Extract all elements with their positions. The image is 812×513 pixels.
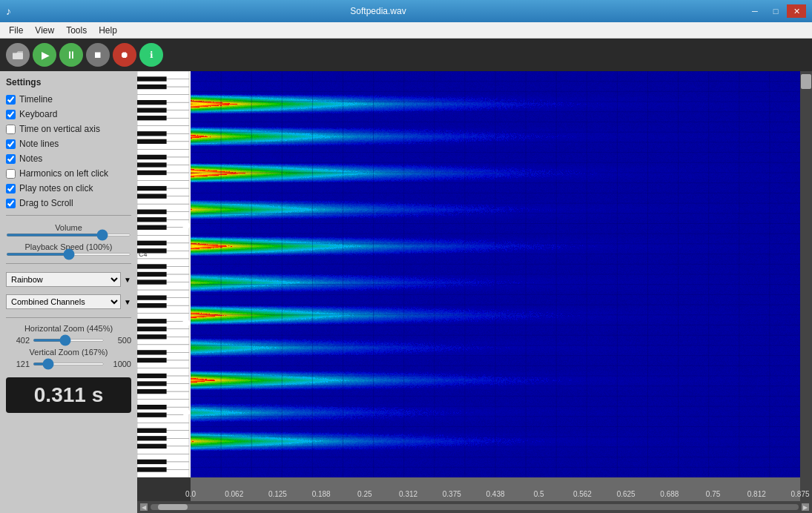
timeline-tick: 0.062 xyxy=(225,490,243,498)
v-zoom-slider[interactable] xyxy=(33,363,105,365)
svg-rect-0 xyxy=(13,53,23,59)
title-bar-title: Softpedia.wav xyxy=(11,6,745,16)
bottom-scrollbar[interactable]: ◀ ▶ xyxy=(137,501,812,513)
checkbox-keyboard[interactable]: Keyboard xyxy=(6,108,131,120)
checkbox-play-notes-label: Play notes on click xyxy=(19,183,93,193)
timeline-tick: 0.562 xyxy=(573,490,592,498)
checkbox-time-vertical-input[interactable] xyxy=(6,125,16,134)
checkbox-keyboard-input[interactable] xyxy=(6,110,16,119)
title-bar: ♪ Softpedia.wav ─ □ ✕ xyxy=(0,0,812,22)
horizontal-scroll-track[interactable] xyxy=(151,504,799,510)
menu-bar: File View Tools Help xyxy=(0,22,812,39)
checkbox-timeline-label: Timeline xyxy=(19,94,53,105)
spectrogram-canvas xyxy=(191,71,800,477)
checkbox-harmonics-label: Harmonics on left click xyxy=(19,168,108,179)
record-button[interactable]: ⏺ xyxy=(113,43,136,67)
info-button[interactable]: ℹ xyxy=(139,43,163,67)
checkbox-timeline[interactable]: Timeline xyxy=(6,93,131,105)
app-icon: ♪ xyxy=(6,5,11,17)
volume-slider[interactable] xyxy=(6,234,131,236)
channels-row: Combined Channels Left Channel Right Cha… xyxy=(6,294,131,309)
checkbox-notes[interactable]: Notes xyxy=(6,153,131,165)
color-scheme-arrow: ▼ xyxy=(124,276,131,284)
checkbox-time-vertical-label: Time on vertical axis xyxy=(19,124,100,134)
timeline-tick: 0.75 xyxy=(706,490,720,498)
timeline-tick: 0.375 xyxy=(443,490,461,498)
separator3 xyxy=(6,317,131,318)
v-zoom-max: 1000 xyxy=(108,360,131,368)
color-scheme-row: Rainbow Grayscale Fire Cool ▼ xyxy=(6,272,131,287)
v-zoom-row: 121 1000 xyxy=(6,360,131,368)
minimize-button[interactable]: ─ xyxy=(745,4,765,18)
checkbox-play-notes[interactable]: Play notes on click xyxy=(6,182,131,194)
timeline-tick: 0.438 xyxy=(486,490,504,498)
checkbox-timeline-input[interactable] xyxy=(6,95,16,105)
separator2 xyxy=(6,263,131,264)
timeline-tick: 0.625 xyxy=(617,490,636,498)
timeline-row: 0.00.0620.1250.1880.250.3120.3750.4380.5… xyxy=(137,477,812,501)
close-button[interactable]: ✕ xyxy=(787,4,806,18)
maximize-button[interactable]: □ xyxy=(766,4,785,18)
checkbox-notes-label: Notes xyxy=(19,153,42,164)
timeline-tick: 0.5 xyxy=(534,490,544,498)
color-scheme-select[interactable]: Rainbow Grayscale Fire Cool xyxy=(6,272,121,287)
channels-select[interactable]: Combined Channels Left Channel Right Cha… xyxy=(6,294,121,309)
spectrogram-area[interactable] xyxy=(191,71,800,477)
timeline-tick: 0.312 xyxy=(399,490,417,498)
h-zoom-slider[interactable] xyxy=(33,339,105,342)
main-content: Settings Timeline Keyboard Time on verti… xyxy=(0,71,812,513)
stop-button[interactable]: ⏹ xyxy=(86,43,110,67)
piano-bottom-spacer xyxy=(137,477,191,501)
channels-arrow: ▼ xyxy=(124,298,131,306)
v-zoom-label: Vertical Zoom (167%) xyxy=(6,348,131,357)
checkbox-play-notes-input[interactable] xyxy=(6,184,16,193)
checkbox-drag-scroll-input[interactable] xyxy=(6,199,16,208)
menu-tools[interactable]: Tools xyxy=(60,24,93,37)
pause-button[interactable]: ⏸ xyxy=(59,43,83,67)
timeline-tick: 0.812 xyxy=(747,490,766,498)
volume-control: Volume xyxy=(6,223,131,236)
timeline-tick: 0.0 xyxy=(185,490,196,498)
checkbox-time-vertical[interactable]: Time on vertical axis xyxy=(6,123,131,135)
h-zoom-row: 402 500 xyxy=(6,336,131,345)
timeline-ticks: 0.00.0620.1250.1880.250.3120.3750.4380.5… xyxy=(191,477,800,501)
h-zoom-label: Horizontal Zoom (445%) xyxy=(6,324,131,333)
timeline-tick: 0.125 xyxy=(268,490,287,498)
open-button[interactable] xyxy=(6,43,30,67)
playback-speed-slider[interactable] xyxy=(6,253,131,256)
timeline-tick: 0.688 xyxy=(660,490,679,498)
checkbox-notes-input[interactable] xyxy=(6,154,16,164)
checkbox-harmonics[interactable]: Harmonics on left click xyxy=(6,168,131,179)
h-zoom-min: 402 xyxy=(6,336,30,345)
checkbox-drag-scroll[interactable]: Drag to Scroll xyxy=(6,197,131,209)
horizontal-scroll-thumb[interactable] xyxy=(158,504,188,510)
toolbar: ▶ ⏸ ⏹ ⏺ ℹ xyxy=(0,39,812,71)
separator xyxy=(6,215,131,216)
checkbox-note-lines-label: Note lines xyxy=(19,139,59,149)
right-scrollbar[interactable] xyxy=(800,71,812,477)
checkbox-drag-scroll-label: Drag to Scroll xyxy=(19,198,73,208)
checkbox-note-lines-input[interactable] xyxy=(6,139,16,149)
checkbox-keyboard-label: Keyboard xyxy=(19,109,57,119)
menu-file[interactable]: File xyxy=(3,24,29,37)
time-display: 0.311 s xyxy=(6,377,131,413)
settings-panel: Settings Timeline Keyboard Time on verti… xyxy=(0,71,137,513)
checkbox-harmonics-input[interactable] xyxy=(6,169,16,179)
menu-help[interactable]: Help xyxy=(93,24,123,37)
center-area: 0.00.0620.1250.1880.250.3120.3750.4380.5… xyxy=(137,71,812,513)
playback-speed-control: Playback Speed (100%) xyxy=(6,242,131,256)
settings-title: Settings xyxy=(6,77,131,87)
spectrogram-row xyxy=(137,71,812,477)
timeline-tick: 0.875 xyxy=(790,490,809,498)
piano-keyboard[interactable] xyxy=(137,71,191,477)
h-zoom-max: 500 xyxy=(108,336,131,345)
menu-view[interactable]: View xyxy=(29,24,60,37)
v-zoom-min: 121 xyxy=(6,360,30,368)
timeline-tick: 0.188 xyxy=(312,490,331,498)
play-button[interactable]: ▶ xyxy=(33,43,56,67)
checkbox-note-lines[interactable]: Note lines xyxy=(6,138,131,150)
timeline-tick: 0.25 xyxy=(357,490,372,498)
title-bar-left: ♪ xyxy=(6,5,11,17)
window-controls: ─ □ ✕ xyxy=(745,4,806,18)
piano-canvas xyxy=(137,71,191,477)
